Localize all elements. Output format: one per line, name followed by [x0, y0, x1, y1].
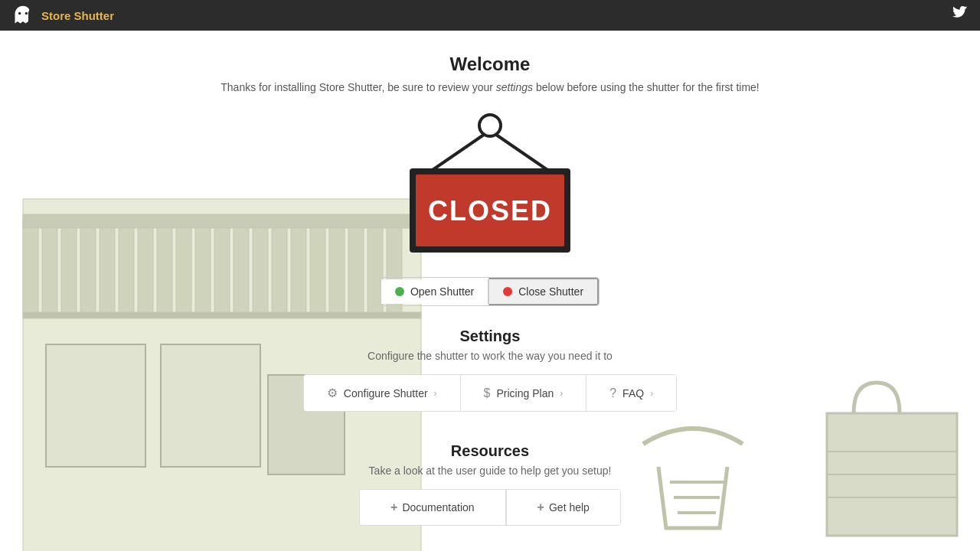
open-status-dot — [395, 287, 404, 296]
close-shutter-button[interactable]: Close Shutter — [488, 278, 599, 305]
configure-shutter-button[interactable]: ⚙ Configure Shutter › — [304, 375, 461, 411]
svg-text:CLOSED: CLOSED — [428, 195, 552, 227]
resources-section: Resources Take a look at the user guide … — [359, 442, 621, 526]
resources-title: Resources — [359, 442, 621, 460]
settings-title: Settings — [303, 328, 677, 345]
help-plus-icon: + — [537, 500, 544, 514]
settings-buttons: ⚙ Configure Shutter › $ Pricing Plan › ?… — [303, 374, 677, 412]
get-help-button[interactable]: + Get help — [506, 490, 620, 525]
pricing-plan-button[interactable]: $ Pricing Plan › — [461, 375, 587, 411]
svg-line-35 — [433, 135, 484, 170]
faq-label: FAQ — [622, 387, 644, 399]
gear-icon: ⚙ — [327, 386, 338, 400]
main-content: Welcome Thanks for installing Store Shut… — [0, 31, 980, 551]
faq-button[interactable]: ? FAQ › — [586, 375, 676, 411]
closed-sign: CLOSED — [390, 109, 590, 265]
welcome-title: Welcome — [450, 54, 531, 75]
resources-subtitle: Take a look at the user guide to help ge… — [359, 465, 621, 477]
twitter-icon[interactable] — [952, 6, 968, 25]
app-header: Store Shutter — [0, 0, 980, 31]
header-left: Store Shutter — [12, 5, 114, 26]
app-title: Store Shutter — [41, 9, 114, 22]
pricing-chevron-icon: › — [560, 388, 563, 399]
configure-shutter-label: Configure Shutter — [344, 387, 428, 399]
close-shutter-label: Close Shutter — [518, 285, 583, 298]
resources-buttons: + Documentation + Get help — [359, 489, 621, 526]
app-logo-icon — [12, 5, 34, 26]
svg-line-36 — [496, 135, 547, 170]
svg-point-34 — [479, 115, 501, 136]
settings-subtitle: Configure the shutter to work the way yo… — [303, 350, 677, 362]
welcome-subtitle: Thanks for installing Store Shutter, be … — [220, 81, 759, 93]
open-shutter-label: Open Shutter — [410, 285, 474, 298]
docs-plus-icon: + — [390, 500, 397, 514]
svg-point-1 — [25, 12, 28, 15]
dollar-icon: $ — [484, 386, 491, 400]
svg-point-0 — [18, 12, 21, 15]
question-icon: ? — [609, 386, 616, 400]
faq-chevron-icon: › — [650, 388, 653, 399]
pricing-plan-label: Pricing Plan — [497, 387, 554, 399]
close-status-dot — [503, 287, 512, 296]
configure-chevron-icon: › — [434, 388, 437, 399]
documentation-button[interactable]: + Documentation — [360, 490, 506, 525]
settings-section: Settings Configure the shutter to work t… — [303, 328, 677, 412]
open-shutter-button[interactable]: Open Shutter — [381, 279, 488, 304]
shutter-toggle-group: Open Shutter Close Shutter — [381, 277, 599, 306]
documentation-label: Documentation — [402, 501, 474, 514]
get-help-label: Get help — [549, 501, 590, 514]
